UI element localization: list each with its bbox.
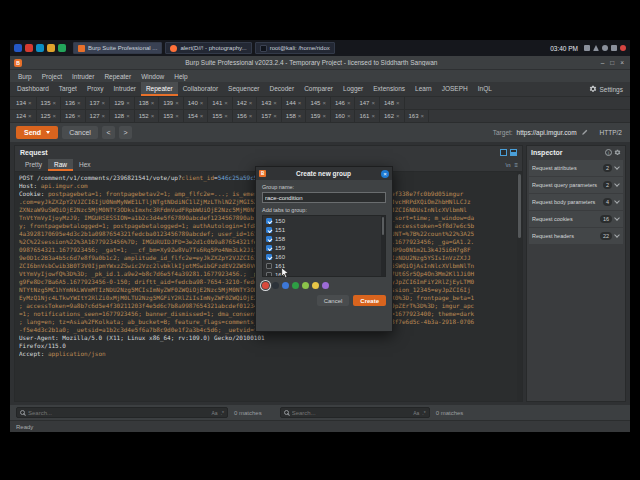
checkbox-checked[interactable]	[266, 254, 272, 260]
checkbox-unchecked[interactable]	[266, 272, 272, 278]
close-tab-icon[interactable]: ×	[249, 113, 253, 119]
checkbox-checked[interactable]	[266, 245, 272, 251]
taskbar-window-button[interactable]: root@kali: /home/ridox	[255, 42, 335, 54]
request-scrollbar[interactable]	[517, 172, 522, 401]
battery-icon[interactable]	[611, 45, 617, 51]
close-tab-icon[interactable]: ×	[371, 100, 375, 106]
repeater-tab[interactable]: 153×	[159, 110, 184, 122]
tab-learn[interactable]: Learn	[410, 82, 437, 96]
close-tab-icon[interactable]: ×	[175, 113, 179, 119]
info-icon[interactable]: i	[605, 149, 612, 156]
repeater-tab[interactable]: 157×	[257, 110, 282, 122]
maximize-button[interactable]: □	[610, 59, 614, 66]
inspector-settings-icon[interactable]	[614, 149, 621, 156]
repeater-tab[interactable]: 139×	[159, 97, 184, 109]
repeater-tab[interactable]: 126×	[61, 110, 86, 122]
close-tab-icon[interactable]: ×	[421, 113, 425, 119]
send-dropdown-icon[interactable]	[46, 131, 50, 134]
network-icon[interactable]	[593, 45, 599, 51]
menu-window[interactable]: Window	[141, 73, 164, 80]
checkbox-checked[interactable]	[266, 227, 272, 233]
close-tab-icon[interactable]: ×	[175, 100, 179, 106]
tab-intruder[interactable]: Intruder	[109, 82, 141, 96]
color-swatch[interactable]	[312, 282, 319, 289]
close-tab-icon[interactable]: ×	[249, 100, 253, 106]
repeater-tab[interactable]: 127×	[86, 110, 111, 122]
inspector-section[interactable]: Request attributes2	[529, 160, 623, 176]
close-tab-icon[interactable]: ×	[28, 113, 32, 119]
layout-split-icon[interactable]	[510, 149, 517, 156]
close-tab-icon[interactable]: ×	[53, 100, 57, 106]
tab-inql[interactable]: InQL	[473, 82, 497, 96]
checkbox-unchecked[interactable]	[266, 263, 272, 269]
menu-intruder[interactable]: Intruder	[72, 73, 94, 80]
tab-target[interactable]: Target	[54, 82, 82, 96]
http-version-label[interactable]: HTTP/2	[600, 129, 622, 136]
color-swatch[interactable]	[322, 282, 329, 289]
close-tab-icon[interactable]: ×	[396, 113, 400, 119]
tab-joseph[interactable]: JOSEPH	[437, 82, 473, 96]
dialog-cancel-button[interactable]: Cancel	[317, 295, 350, 306]
repeater-tab[interactable]: 163×	[405, 110, 430, 122]
repeater-tab[interactable]: 146×	[331, 97, 356, 109]
request-search-box[interactable]: Aa .*	[16, 407, 228, 418]
close-tab-icon[interactable]: ×	[347, 100, 351, 106]
inspector-section[interactable]: Request body parameters4	[529, 194, 623, 210]
view-tab-hex[interactable]: Hex	[73, 159, 97, 171]
tab-logger[interactable]: Logger	[338, 82, 368, 96]
close-tab-icon[interactable]: ×	[102, 113, 106, 119]
match-case-icon[interactable]: Aa	[413, 410, 419, 416]
close-tab-icon[interactable]: ×	[77, 100, 81, 106]
repeater-tab[interactable]: 137×	[86, 97, 111, 109]
view-tab-raw[interactable]: Raw	[48, 159, 73, 171]
close-tab-icon[interactable]: ×	[371, 113, 375, 119]
close-tab-icon[interactable]: ×	[151, 100, 155, 106]
repeater-tab[interactable]: 144×	[282, 97, 307, 109]
repeater-tab[interactable]: 140×	[184, 97, 209, 109]
group-name-input[interactable]	[262, 192, 386, 203]
repeater-tab[interactable]: 143×	[257, 97, 282, 109]
close-tab-icon[interactable]: ×	[151, 113, 155, 119]
repeater-tab[interactable]: 162×	[380, 110, 405, 122]
close-button[interactable]: ×	[620, 59, 624, 66]
repeater-tab[interactable]: 161×	[355, 110, 380, 122]
repeater-tab[interactable]: 138×	[135, 97, 160, 109]
request-search-input[interactable]	[28, 410, 209, 416]
repeater-tab[interactable]: 156×	[233, 110, 258, 122]
repeater-tab[interactable]: 141×	[208, 97, 233, 109]
repeater-tab[interactable]: 142×	[233, 97, 258, 109]
tab-option-row[interactable]: 160	[263, 252, 385, 261]
color-swatch[interactable]	[292, 282, 299, 289]
repeater-tab[interactable]: 125×	[37, 110, 62, 122]
repeater-tab[interactable]: 159×	[306, 110, 331, 122]
edit-target-icon[interactable]	[581, 129, 588, 136]
regex-icon[interactable]: .*	[422, 410, 425, 416]
secondary-search-input[interactable]	[292, 410, 411, 416]
repeater-tab[interactable]: 152×	[135, 110, 160, 122]
repeater-tab[interactable]: 154×	[184, 110, 209, 122]
tab-option-row[interactable]: 158	[263, 234, 385, 243]
menu-project[interactable]: Project	[42, 73, 62, 80]
tab-proxy[interactable]: Proxy	[82, 82, 109, 96]
close-tab-icon[interactable]: ×	[200, 100, 204, 106]
repeater-tab[interactable]: 155×	[208, 110, 233, 122]
repeater-tab[interactable]: 135×	[37, 97, 62, 109]
history-forward-button[interactable]: >	[119, 126, 132, 139]
inspector-section[interactable]: Request headers22	[529, 228, 623, 244]
close-tab-icon[interactable]: ×	[200, 113, 204, 119]
menu-repeater[interactable]: Repeater	[104, 73, 131, 80]
checkbox-checked[interactable]	[266, 236, 272, 242]
close-tab-icon[interactable]: ×	[77, 113, 81, 119]
history-back-button[interactable]: <	[102, 126, 115, 139]
show-newlines-icon[interactable]: \n	[505, 159, 510, 171]
repeater-tab[interactable]: 160×	[331, 110, 356, 122]
close-tab-icon[interactable]: ×	[126, 100, 130, 106]
repeater-tab[interactable]: 128×	[110, 110, 135, 122]
dialog-close-icon[interactable]: ×	[381, 170, 389, 178]
repeater-tab[interactable]: 129×	[110, 97, 135, 109]
editor-menu-icon[interactable]: ≡	[514, 159, 518, 171]
close-tab-icon[interactable]: ×	[322, 100, 326, 106]
taskbar-window-button[interactable]: alert(D//! - photography...	[165, 42, 251, 54]
cancel-button[interactable]: Cancel	[62, 126, 98, 139]
scrollbar-thumb[interactable]	[518, 174, 521, 238]
